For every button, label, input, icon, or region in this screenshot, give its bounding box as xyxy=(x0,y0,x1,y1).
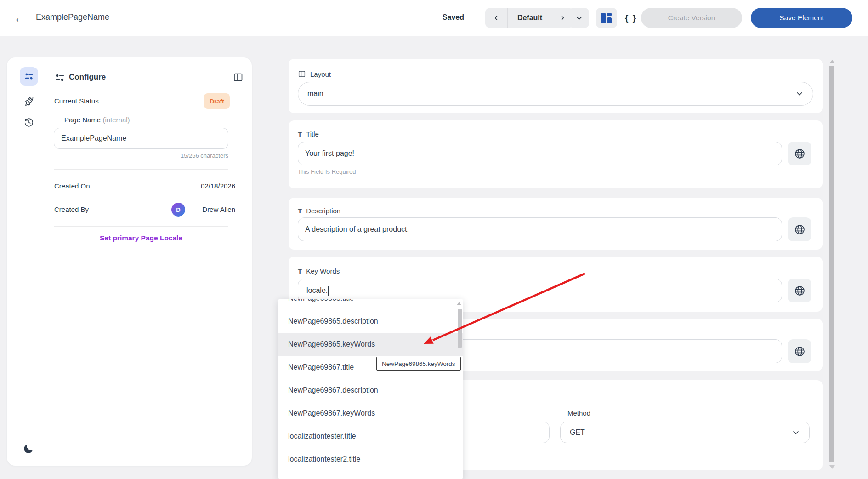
scrollbar-up-arrow[interactable] xyxy=(829,60,835,63)
status-badge: Draft xyxy=(204,93,230,109)
keywords-localize-button[interactable] xyxy=(788,279,811,302)
page-name-input[interactable] xyxy=(54,128,228,149)
sidebar-item-history[interactable] xyxy=(20,113,38,131)
layout-grid-icon xyxy=(298,70,306,78)
moon-icon xyxy=(23,443,34,455)
scrollbar-thumb[interactable] xyxy=(829,66,834,462)
layout-builder-icon xyxy=(601,13,612,23)
dropdown-scrollbar-thumb[interactable] xyxy=(458,309,462,348)
title-input[interactable] xyxy=(298,142,782,165)
rocket-icon xyxy=(23,96,34,107)
keywords-label-row: T Key Words xyxy=(298,267,340,275)
panel-title: Configure xyxy=(69,73,106,82)
autocomplete-option[interactable]: NewPage69865.description xyxy=(278,310,463,333)
chevron-left-icon xyxy=(493,14,500,22)
layout-select-value: main xyxy=(307,90,323,98)
scrollbar-down-arrow[interactable] xyxy=(829,465,835,469)
version-switcher: Default xyxy=(485,8,573,28)
back-arrow-icon: ← xyxy=(14,11,26,25)
autocomplete-option[interactable]: localizationtester2.title xyxy=(278,448,463,471)
method-select-value: GET xyxy=(570,428,585,437)
description-localize-button[interactable] xyxy=(788,217,811,241)
title-label-row: T Title xyxy=(298,130,319,138)
divider xyxy=(54,226,228,227)
page-title: ExamplePageName xyxy=(36,12,109,22)
dark-mode-toggle[interactable] xyxy=(21,442,36,456)
method-label: Method xyxy=(567,409,590,417)
text-field-icon: T xyxy=(298,130,302,138)
dropdown-scroll-up-arrow[interactable] xyxy=(457,302,461,305)
app-window: ← ExamplePageName Saved Default { } Crea… xyxy=(0,0,868,479)
created-on-label: Created On xyxy=(54,182,90,190)
text-cursor xyxy=(328,286,329,296)
collapse-panel-icon xyxy=(233,72,244,83)
description-card: T Description xyxy=(289,198,823,250)
autocomplete-option[interactable]: NewPage69867.description xyxy=(278,379,463,402)
set-primary-locale-link[interactable]: Set primary Page Locale xyxy=(54,234,228,242)
chevron-right-icon xyxy=(559,14,566,22)
text-field-icon: T xyxy=(298,207,302,215)
created-by-value: Drew Allen xyxy=(202,205,235,213)
divider xyxy=(51,69,51,456)
chevron-down-icon xyxy=(795,90,804,98)
top-bar: ← ExamplePageName Saved Default { } Crea… xyxy=(0,0,868,36)
version-prev-button[interactable] xyxy=(485,8,507,28)
layout-label-row: Layout xyxy=(298,70,331,78)
history-icon xyxy=(23,117,34,128)
description-label-row: T Description xyxy=(298,207,340,215)
code-view-button[interactable]: { } xyxy=(620,8,641,28)
configure-panel: Configure Current Status Draft Page Name… xyxy=(7,57,252,466)
collapse-panel-button[interactable] xyxy=(231,71,245,85)
layout-select[interactable]: main xyxy=(298,82,813,106)
description-input[interactable] xyxy=(298,217,782,241)
code-braces-icon: { } xyxy=(625,13,637,23)
created-by-label: Created By xyxy=(54,205,89,213)
page-name-label: Page Name (internal) xyxy=(64,116,130,124)
title-label: Title xyxy=(306,130,319,138)
created-on-value: 02/18/2026 xyxy=(201,182,235,190)
create-version-button[interactable]: Create Version xyxy=(641,8,742,28)
chevron-down-icon xyxy=(575,14,583,22)
title-card: T Title This Field Is Required xyxy=(289,120,823,188)
autocomplete-option[interactable]: NewPage69865.title xyxy=(278,299,463,310)
back-button[interactable]: ← xyxy=(11,9,28,27)
required-helper-text: This Field Is Required xyxy=(298,168,356,175)
divider xyxy=(54,169,228,170)
builder-view-button[interactable] xyxy=(596,8,617,28)
layout-card: Layout main xyxy=(289,59,823,113)
autocomplete-option-highlighted[interactable]: NewPage69865.keyWords xyxy=(278,333,463,356)
save-status-text: Saved xyxy=(436,13,464,22)
keywords-input-value: locale. xyxy=(306,286,328,295)
autocomplete-option[interactable]: localizationtester.title xyxy=(278,425,463,448)
globe-icon xyxy=(794,148,806,160)
avatar: D xyxy=(171,203,185,217)
sidebar-item-configure[interactable] xyxy=(20,67,38,86)
configure-sliders-icon xyxy=(54,72,65,83)
autocomplete-option[interactable]: NewPage69867.keyWords xyxy=(278,402,463,425)
title-localize-button[interactable] xyxy=(788,142,811,165)
globe-icon xyxy=(794,345,806,358)
description-label: Description xyxy=(306,207,340,215)
method-select[interactable]: GET xyxy=(560,422,810,443)
configure-sliders-icon xyxy=(24,71,34,81)
layout-label: Layout xyxy=(310,70,331,78)
autocomplete-dropdown: NewPage69865.title NewPage69865.descript… xyxy=(278,299,463,479)
option-tooltip: NewPage69865.keyWords xyxy=(376,357,461,371)
current-status-label: Current Status xyxy=(54,97,99,105)
sidebar-item-publish[interactable] xyxy=(20,92,38,110)
globe-icon xyxy=(794,285,806,297)
character-count: 15/256 characters xyxy=(54,152,228,159)
text-field-icon: T xyxy=(298,267,302,275)
version-dropdown-button[interactable] xyxy=(569,8,589,28)
hidden-field-localize-button[interactable] xyxy=(788,339,811,363)
save-element-button[interactable]: Save Element xyxy=(751,8,852,28)
chevron-down-icon xyxy=(792,428,800,437)
version-current-label: Default xyxy=(508,14,552,22)
globe-icon xyxy=(794,223,806,236)
keywords-label: Key Words xyxy=(306,267,340,275)
